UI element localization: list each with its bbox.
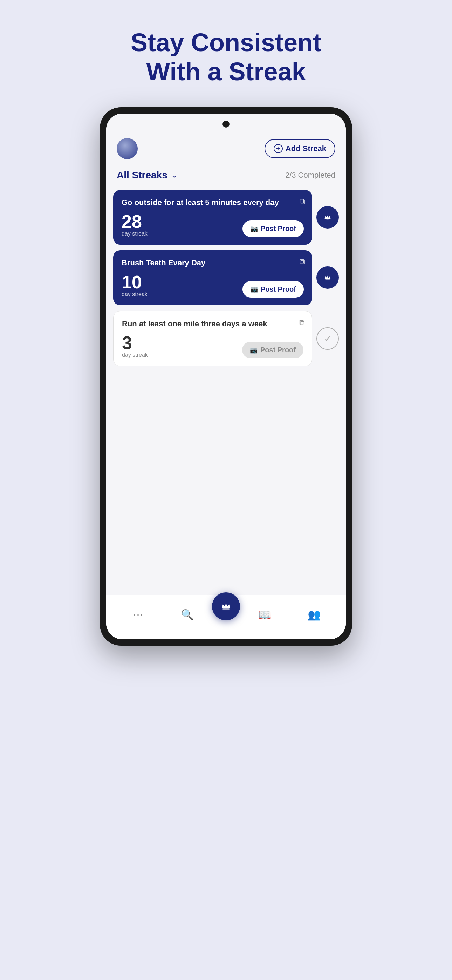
camera-icon: 📷	[250, 285, 258, 293]
add-streak-button[interactable]: + Add Streak	[264, 139, 335, 158]
top-bar: + Add Streak	[106, 135, 346, 166]
streak-badge-1	[317, 206, 339, 229]
crown-icon-1	[321, 212, 334, 223]
add-streak-label: Add Streak	[286, 144, 326, 153]
streak-card-1[interactable]: ⧉ Go outside for at least 5 minutes ever…	[113, 190, 312, 245]
post-proof-label-2: Post Proof	[261, 285, 296, 293]
streak-count-2: 10 day streak	[122, 273, 148, 298]
camera-bar	[106, 114, 346, 135]
streak-badge-3: ✓	[317, 328, 339, 350]
camera-dot	[223, 121, 229, 127]
streaks-title: All Streaks	[117, 170, 167, 181]
streak-row: ⧉ Brush Teeth Every Day 10 day streak 📷 …	[113, 250, 339, 305]
phone-screen: + Add Streak All Streaks ⌄ 2/3 Completed…	[106, 114, 346, 639]
streak-row: ⧉ Run at least one mile three days a wee…	[113, 311, 339, 367]
camera-icon: 📷	[250, 346, 258, 354]
nav-item-apps[interactable]: ⋯	[113, 608, 162, 621]
camera-icon: 📷	[250, 225, 258, 233]
streak-badge-2	[317, 266, 339, 289]
people-icon: 👥	[308, 608, 321, 621]
svg-rect-5	[223, 608, 229, 609]
post-proof-button-2[interactable]: 📷 Post Proof	[242, 281, 304, 298]
nav-item-search[interactable]: 🔍	[162, 608, 212, 621]
completed-text: 2/3 Completed	[285, 171, 335, 180]
bottom-nav: ⋯ 🔍 📖 👥	[106, 595, 346, 639]
streak-list: ⧉ Go outside for at least 5 minutes ever…	[106, 186, 346, 595]
check-icon: ✓	[324, 333, 332, 345]
avatar[interactable]	[117, 138, 138, 159]
book-icon: 📖	[258, 608, 271, 621]
streak-label-1: day streak	[122, 231, 148, 237]
external-link-icon[interactable]: ⧉	[299, 197, 305, 206]
streak-count-3: 3 day streak	[122, 334, 148, 358]
external-link-icon[interactable]: ⧉	[299, 257, 305, 266]
streak-title-2: Brush Teeth Every Day	[122, 258, 304, 268]
post-proof-button-1[interactable]: 📷 Post Proof	[242, 221, 304, 237]
chevron-down-icon: ⌄	[171, 171, 177, 180]
streak-title-3: Run at least one mile three days a week	[122, 319, 304, 329]
streak-row: ⧉ Go outside for at least 5 minutes ever…	[113, 190, 339, 245]
page-headline: Stay Consistent With a Streak	[131, 28, 321, 86]
streak-number-3: 3	[122, 334, 148, 352]
streak-title-1: Go outside for at least 5 minutes every …	[122, 198, 304, 208]
crown-home-icon	[218, 599, 234, 614]
streak-card-3[interactable]: ⧉ Run at least one mile three days a wee…	[113, 311, 312, 367]
external-link-icon[interactable]: ⧉	[299, 318, 305, 328]
svg-point-1	[325, 218, 330, 220]
streaks-title-group[interactable]: All Streaks ⌄	[117, 170, 177, 181]
post-proof-label-1: Post Proof	[261, 225, 296, 233]
streak-number-2: 10	[122, 273, 148, 291]
grid-icon: ⋯	[133, 608, 143, 621]
streaks-header: All Streaks ⌄ 2/3 Completed	[106, 166, 346, 186]
streak-label-3: day streak	[122, 352, 148, 358]
post-proof-label-3: Post Proof	[260, 346, 296, 354]
plus-icon: +	[274, 144, 283, 153]
streak-count-1: 28 day streak	[122, 212, 148, 237]
svg-point-3	[325, 279, 330, 280]
post-proof-button-3[interactable]: 📷 Post Proof	[242, 342, 304, 358]
empty-space	[113, 372, 339, 591]
nav-item-social[interactable]: 👥	[290, 608, 339, 621]
crown-icon-2	[321, 272, 334, 283]
nav-center-home-button[interactable]	[212, 592, 240, 620]
nav-item-library[interactable]: 📖	[240, 608, 290, 621]
streak-label-2: day streak	[122, 291, 148, 298]
phone-mockup: + Add Streak All Streaks ⌄ 2/3 Completed…	[100, 107, 352, 646]
search-icon: 🔍	[181, 608, 194, 621]
streak-number-1: 28	[122, 212, 148, 231]
streak-card-2[interactable]: ⧉ Brush Teeth Every Day 10 day streak 📷 …	[113, 250, 312, 305]
